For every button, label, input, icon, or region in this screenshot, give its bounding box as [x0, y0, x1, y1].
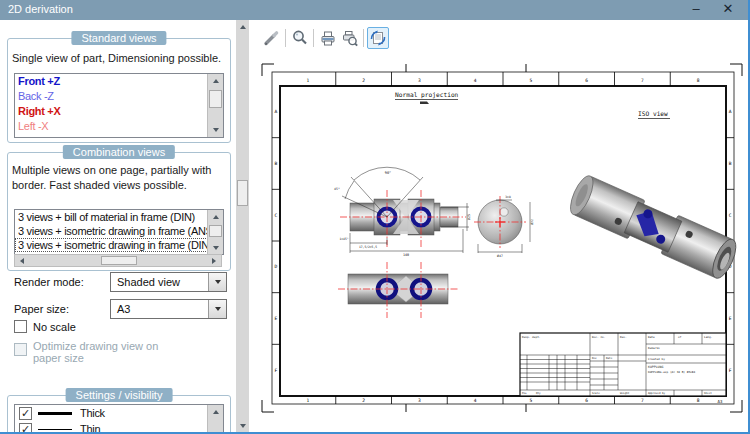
scrollbar-thumb[interactable]: [209, 225, 222, 237]
standard-views-scrollbar[interactable]: [207, 74, 223, 137]
settings-scrollbar[interactable]: [207, 405, 223, 434]
tb-of: of: [678, 335, 682, 339]
line-style-sample: [38, 429, 72, 430]
print-preview-icon: [341, 29, 359, 47]
dim-angle-left: 45°: [334, 187, 340, 191]
standard-view-item[interactable]: Right +X: [15, 104, 208, 119]
title-bar[interactable]: 2D derivation – ✕: [0, 0, 748, 20]
svg-text:4: 4: [474, 78, 477, 83]
side-view: 3x8 Ø32 Ø47: [474, 195, 534, 258]
minimize-button[interactable]: –: [684, 1, 708, 16]
print-button[interactable]: [317, 27, 339, 49]
print-preview-button[interactable]: [339, 27, 361, 49]
standard-view-item[interactable]: Left -X: [15, 119, 208, 134]
front-view: 90° 45° 1x45° 17,5/2x5,5 140 Ø25: [334, 167, 471, 256]
combination-views-hscrollbar[interactable]: [14, 254, 222, 267]
combination-view-item[interactable]: 3 views + bill of material in frame (DIN…: [15, 210, 208, 224]
settings-item[interactable]: ✓Thin: [15, 421, 208, 434]
title-block: Resp. dept. Doc. no. Rev. Date of Lang. …: [520, 333, 726, 396]
svg-text:2: 2: [362, 78, 365, 83]
tb-scale: Scale: [592, 392, 600, 395]
svg-text:1: 1: [306, 78, 309, 83]
paper-size-dropdown[interactable]: A3: [110, 299, 227, 319]
tb-date-col: Date: [606, 357, 613, 360]
combination-view-item[interactable]: 3 views + isometric drawing in frame (AN…: [15, 224, 208, 238]
svg-text:6: 6: [585, 398, 588, 403]
svg-text:8: 8: [697, 78, 700, 83]
svg-text:6: 6: [585, 78, 588, 83]
drawing-sheet: 1122334455667788AABBCCDDEEFF A3 Normal p…: [250, 50, 750, 434]
tb-lang: Lang.: [704, 335, 713, 339]
scrollbar-thumb[interactable]: [101, 256, 137, 265]
scroll-down-icon[interactable]: [208, 241, 223, 254]
svg-text:1: 1: [306, 398, 309, 403]
group-combination-views-title: Combination views: [63, 145, 175, 159]
no-scale-label: No scale: [33, 321, 76, 333]
tb-remarks: Remarks: [648, 346, 660, 350]
render-mode-value: Shaded view: [117, 276, 180, 288]
svg-text:F: F: [274, 368, 277, 373]
scroll-up-icon[interactable]: [236, 20, 249, 33]
dim-side: Ø32: [530, 219, 534, 225]
svg-text:C: C: [274, 213, 277, 218]
combination-views-list[interactable]: 3 views + bill of material in frame (DIN…: [14, 209, 224, 255]
svg-text:7: 7: [641, 398, 644, 403]
magnifier-icon: [291, 29, 309, 47]
standard-views-description: Single view of part, Dimensioning possib…: [12, 51, 228, 66]
tb-doc: Doc. no.: [592, 335, 606, 339]
chevron-down-icon[interactable]: [208, 273, 226, 291]
pen-tool-button[interactable]: [260, 27, 282, 49]
scroll-left-icon[interactable]: [15, 255, 29, 266]
scrollbar-thumb[interactable]: [237, 180, 248, 206]
settings-list[interactable]: ✓Thick✓Thin: [14, 404, 224, 434]
tb-sheet: Sheet: [704, 392, 712, 395]
standard-view-item[interactable]: Back -Z: [15, 89, 208, 104]
close-button[interactable]: ✕: [716, 1, 740, 16]
no-scale-checkbox[interactable]: [14, 320, 27, 333]
dim-slot: 17,5/2x5,5: [359, 245, 377, 249]
optimize-label: Optimize drawing view on paper size: [33, 340, 183, 364]
update-drawing-button[interactable]: [367, 27, 389, 49]
scroll-down-icon[interactable]: [208, 123, 223, 137]
toolbar-separator: [285, 29, 286, 47]
render-mode-dropdown[interactable]: Shaded view: [110, 272, 227, 292]
scrollbar-thumb[interactable]: [209, 90, 222, 108]
scroll-right-icon[interactable]: [207, 255, 221, 266]
settings-item-label: Thick: [80, 407, 105, 419]
visibility-checkbox[interactable]: ✓: [19, 407, 32, 420]
chevron-down-icon[interactable]: [208, 300, 226, 318]
standard-views-list[interactable]: Front +ZBack -ZRight +XLeft -X: [14, 73, 224, 138]
scroll-up-icon[interactable]: [208, 74, 223, 88]
standard-view-item[interactable]: Front +Z: [15, 74, 208, 89]
visibility-checkbox[interactable]: ✓: [19, 423, 32, 434]
svg-text:A: A: [274, 109, 277, 114]
dim-shaft: Ø25: [467, 214, 471, 220]
scroll-up-icon[interactable]: [208, 210, 223, 224]
window-title: 2D derivation: [8, 3, 73, 15]
iso-view-3d: [566, 173, 741, 282]
left-panel-scrollbar[interactable]: [236, 20, 249, 432]
combination-view-item[interactable]: 3 views + isometric drawing in frame (DI…: [15, 238, 208, 252]
settings-item[interactable]: ✓Thick: [15, 405, 208, 421]
dim-angle-top: 90°: [385, 171, 392, 175]
scroll-up-icon[interactable]: [208, 405, 223, 419]
line-style-sample: [38, 412, 72, 415]
tb-rev: Rev.: [620, 335, 627, 339]
tb-weight: Weight: [620, 392, 630, 395]
tb-qty: Qty: [536, 392, 541, 395]
svg-text:5: 5: [529, 78, 532, 83]
tb-title1: KUPPLUNG: [648, 365, 663, 369]
optimize-checkbox: [14, 343, 27, 356]
dim-circle-dia: Ø47: [497, 254, 503, 258]
sheet-format-label: A3: [718, 399, 723, 404]
scroll-down-icon[interactable]: [236, 419, 249, 432]
svg-text:A: A: [729, 109, 732, 114]
tb-date: Date: [648, 335, 655, 339]
zoom-tool-button[interactable]: [289, 27, 311, 49]
dim-key: 3x8: [505, 195, 511, 199]
dim-length: 140: [403, 253, 409, 257]
combination-views-vscrollbar[interactable]: [207, 210, 223, 254]
group-settings-title: Settings / visibility: [66, 388, 173, 402]
svg-text:5: 5: [529, 398, 532, 403]
svg-text:C: C: [729, 213, 732, 218]
